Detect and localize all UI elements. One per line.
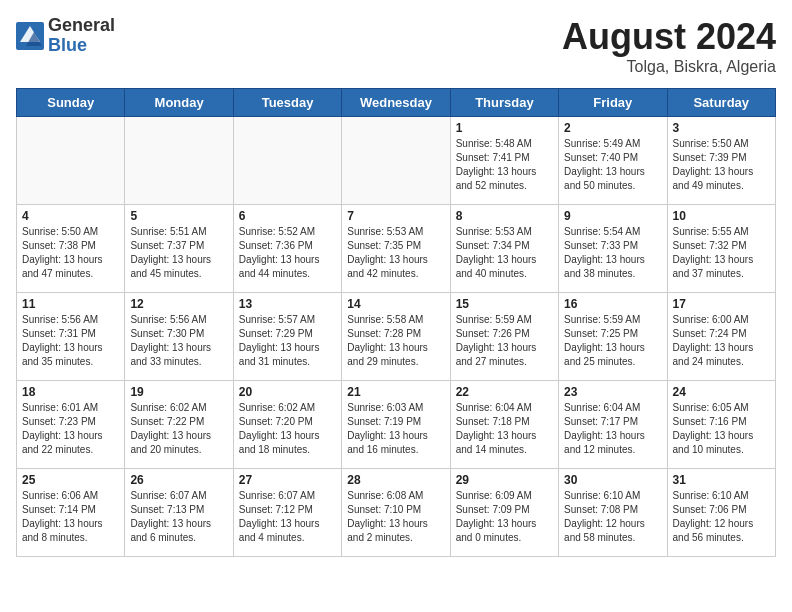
day-info: Sunrise: 5:51 AM Sunset: 7:37 PM Dayligh…: [130, 225, 227, 281]
day-number: 19: [130, 385, 227, 399]
calendar-cell: 14Sunrise: 5:58 AM Sunset: 7:28 PM Dayli…: [342, 293, 450, 381]
day-info: Sunrise: 6:07 AM Sunset: 7:12 PM Dayligh…: [239, 489, 336, 545]
day-info: Sunrise: 5:50 AM Sunset: 7:39 PM Dayligh…: [673, 137, 770, 193]
day-number: 4: [22, 209, 119, 223]
calendar-cell: 11Sunrise: 5:56 AM Sunset: 7:31 PM Dayli…: [17, 293, 125, 381]
day-number: 20: [239, 385, 336, 399]
calendar-week-4: 18Sunrise: 6:01 AM Sunset: 7:23 PM Dayli…: [17, 381, 776, 469]
day-number: 9: [564, 209, 661, 223]
calendar-cell: 4Sunrise: 5:50 AM Sunset: 7:38 PM Daylig…: [17, 205, 125, 293]
day-number: 5: [130, 209, 227, 223]
day-number: 27: [239, 473, 336, 487]
day-info: Sunrise: 5:56 AM Sunset: 7:31 PM Dayligh…: [22, 313, 119, 369]
weekday-header-wednesday: Wednesday: [342, 89, 450, 117]
day-info: Sunrise: 6:08 AM Sunset: 7:10 PM Dayligh…: [347, 489, 444, 545]
day-number: 14: [347, 297, 444, 311]
day-info: Sunrise: 5:49 AM Sunset: 7:40 PM Dayligh…: [564, 137, 661, 193]
calendar-cell: 12Sunrise: 5:56 AM Sunset: 7:30 PM Dayli…: [125, 293, 233, 381]
calendar-table: SundayMondayTuesdayWednesdayThursdayFrid…: [16, 88, 776, 557]
calendar-cell: 5Sunrise: 5:51 AM Sunset: 7:37 PM Daylig…: [125, 205, 233, 293]
day-info: Sunrise: 6:01 AM Sunset: 7:23 PM Dayligh…: [22, 401, 119, 457]
day-number: 1: [456, 121, 553, 135]
weekday-header-sunday: Sunday: [17, 89, 125, 117]
day-info: Sunrise: 5:48 AM Sunset: 7:41 PM Dayligh…: [456, 137, 553, 193]
location-title: Tolga, Biskra, Algeria: [562, 58, 776, 76]
day-number: 12: [130, 297, 227, 311]
day-number: 2: [564, 121, 661, 135]
day-info: Sunrise: 6:03 AM Sunset: 7:19 PM Dayligh…: [347, 401, 444, 457]
weekday-header-monday: Monday: [125, 89, 233, 117]
weekday-header-row: SundayMondayTuesdayWednesdayThursdayFrid…: [17, 89, 776, 117]
day-number: 15: [456, 297, 553, 311]
calendar-cell: 7Sunrise: 5:53 AM Sunset: 7:35 PM Daylig…: [342, 205, 450, 293]
day-info: Sunrise: 6:05 AM Sunset: 7:16 PM Dayligh…: [673, 401, 770, 457]
day-info: Sunrise: 6:02 AM Sunset: 7:20 PM Dayligh…: [239, 401, 336, 457]
day-info: Sunrise: 6:09 AM Sunset: 7:09 PM Dayligh…: [456, 489, 553, 545]
day-number: 16: [564, 297, 661, 311]
day-number: 24: [673, 385, 770, 399]
page-header: General Blue August 2024 Tolga, Biskra, …: [16, 16, 776, 76]
calendar-cell: 28Sunrise: 6:08 AM Sunset: 7:10 PM Dayli…: [342, 469, 450, 557]
weekday-header-thursday: Thursday: [450, 89, 558, 117]
day-number: 7: [347, 209, 444, 223]
day-info: Sunrise: 5:53 AM Sunset: 7:34 PM Dayligh…: [456, 225, 553, 281]
logo-icon: [16, 22, 44, 50]
day-info: Sunrise: 5:57 AM Sunset: 7:29 PM Dayligh…: [239, 313, 336, 369]
day-number: 6: [239, 209, 336, 223]
day-info: Sunrise: 6:10 AM Sunset: 7:06 PM Dayligh…: [673, 489, 770, 545]
day-number: 17: [673, 297, 770, 311]
calendar-cell: 20Sunrise: 6:02 AM Sunset: 7:20 PM Dayli…: [233, 381, 341, 469]
day-number: 22: [456, 385, 553, 399]
calendar-cell: 6Sunrise: 5:52 AM Sunset: 7:36 PM Daylig…: [233, 205, 341, 293]
day-number: 23: [564, 385, 661, 399]
day-info: Sunrise: 5:54 AM Sunset: 7:33 PM Dayligh…: [564, 225, 661, 281]
calendar-cell: 15Sunrise: 5:59 AM Sunset: 7:26 PM Dayli…: [450, 293, 558, 381]
calendar-cell: 16Sunrise: 5:59 AM Sunset: 7:25 PM Dayli…: [559, 293, 667, 381]
calendar-cell: [17, 117, 125, 205]
calendar-week-3: 11Sunrise: 5:56 AM Sunset: 7:31 PM Dayli…: [17, 293, 776, 381]
month-year-title: August 2024: [562, 16, 776, 58]
day-info: Sunrise: 5:56 AM Sunset: 7:30 PM Dayligh…: [130, 313, 227, 369]
day-number: 21: [347, 385, 444, 399]
day-number: 28: [347, 473, 444, 487]
day-number: 11: [22, 297, 119, 311]
day-info: Sunrise: 6:07 AM Sunset: 7:13 PM Dayligh…: [130, 489, 227, 545]
calendar-cell: 13Sunrise: 5:57 AM Sunset: 7:29 PM Dayli…: [233, 293, 341, 381]
calendar-cell: 9Sunrise: 5:54 AM Sunset: 7:33 PM Daylig…: [559, 205, 667, 293]
weekday-header-tuesday: Tuesday: [233, 89, 341, 117]
logo-general: General: [48, 16, 115, 36]
day-info: Sunrise: 5:59 AM Sunset: 7:26 PM Dayligh…: [456, 313, 553, 369]
calendar-cell: 27Sunrise: 6:07 AM Sunset: 7:12 PM Dayli…: [233, 469, 341, 557]
day-info: Sunrise: 5:53 AM Sunset: 7:35 PM Dayligh…: [347, 225, 444, 281]
day-number: 18: [22, 385, 119, 399]
day-number: 25: [22, 473, 119, 487]
calendar-week-2: 4Sunrise: 5:50 AM Sunset: 7:38 PM Daylig…: [17, 205, 776, 293]
day-number: 29: [456, 473, 553, 487]
calendar-cell: 17Sunrise: 6:00 AM Sunset: 7:24 PM Dayli…: [667, 293, 775, 381]
calendar-cell: 23Sunrise: 6:04 AM Sunset: 7:17 PM Dayli…: [559, 381, 667, 469]
day-number: 30: [564, 473, 661, 487]
logo-blue: Blue: [48, 36, 115, 56]
calendar-cell: 30Sunrise: 6:10 AM Sunset: 7:08 PM Dayli…: [559, 469, 667, 557]
calendar-cell: 22Sunrise: 6:04 AM Sunset: 7:18 PM Dayli…: [450, 381, 558, 469]
calendar-week-5: 25Sunrise: 6:06 AM Sunset: 7:14 PM Dayli…: [17, 469, 776, 557]
calendar-cell: 26Sunrise: 6:07 AM Sunset: 7:13 PM Dayli…: [125, 469, 233, 557]
day-info: Sunrise: 6:04 AM Sunset: 7:18 PM Dayligh…: [456, 401, 553, 457]
title-block: August 2024 Tolga, Biskra, Algeria: [562, 16, 776, 76]
day-info: Sunrise: 6:06 AM Sunset: 7:14 PM Dayligh…: [22, 489, 119, 545]
calendar-cell: 8Sunrise: 5:53 AM Sunset: 7:34 PM Daylig…: [450, 205, 558, 293]
logo: General Blue: [16, 16, 115, 56]
day-info: Sunrise: 5:52 AM Sunset: 7:36 PM Dayligh…: [239, 225, 336, 281]
day-info: Sunrise: 5:55 AM Sunset: 7:32 PM Dayligh…: [673, 225, 770, 281]
calendar-cell: 24Sunrise: 6:05 AM Sunset: 7:16 PM Dayli…: [667, 381, 775, 469]
weekday-header-friday: Friday: [559, 89, 667, 117]
calendar-cell: 3Sunrise: 5:50 AM Sunset: 7:39 PM Daylig…: [667, 117, 775, 205]
day-info: Sunrise: 6:10 AM Sunset: 7:08 PM Dayligh…: [564, 489, 661, 545]
calendar-cell: 25Sunrise: 6:06 AM Sunset: 7:14 PM Dayli…: [17, 469, 125, 557]
day-info: Sunrise: 6:04 AM Sunset: 7:17 PM Dayligh…: [564, 401, 661, 457]
calendar-cell: 21Sunrise: 6:03 AM Sunset: 7:19 PM Dayli…: [342, 381, 450, 469]
day-number: 13: [239, 297, 336, 311]
calendar-cell: 31Sunrise: 6:10 AM Sunset: 7:06 PM Dayli…: [667, 469, 775, 557]
calendar-cell: [233, 117, 341, 205]
day-info: Sunrise: 5:50 AM Sunset: 7:38 PM Dayligh…: [22, 225, 119, 281]
